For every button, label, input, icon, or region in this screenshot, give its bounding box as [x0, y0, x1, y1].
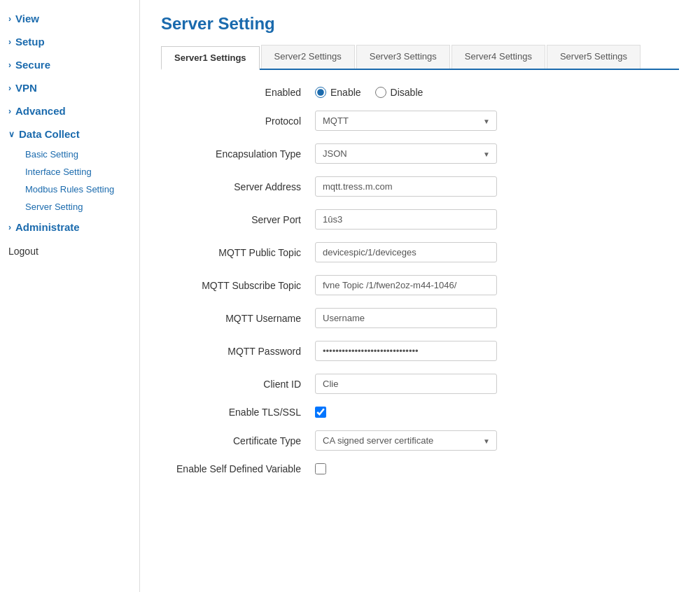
enable-tls-checkbox-label[interactable] [315, 407, 326, 418]
client-id-input[interactable] [315, 374, 497, 394]
mqtt-username-row: MQTT Username [161, 308, 679, 328]
protocol-select-wrapper: MQTT HTTP TCP [315, 111, 497, 131]
sidebar-item-label: VPN [15, 82, 37, 94]
sidebar-item-administrate[interactable]: › Administrate [0, 216, 139, 239]
enabled-label: Enabled [161, 87, 315, 98]
mqtt-username-input[interactable] [315, 308, 497, 328]
encapsulation-label: Encapsulation Type [161, 148, 315, 160]
disable-radio[interactable] [375, 87, 386, 98]
advanced-arrow-icon: › [8, 106, 11, 116]
sidebar-item-setup[interactable]: › Setup [0, 30, 139, 53]
certificate-type-select[interactable]: CA signed server certificate Self signed… [315, 430, 497, 451]
protocol-select[interactable]: MQTT HTTP TCP [315, 111, 497, 131]
server-address-label: Server Address [161, 181, 315, 192]
sidebar-item-label: Secure [15, 59, 50, 71]
sidebar-item-interface-setting[interactable]: Interface Setting [17, 163, 139, 181]
server-port-label: Server Port [161, 214, 315, 225]
enabled-radio-group: Enable Disable [315, 87, 423, 98]
enable-tls-checkbox[interactable] [315, 407, 326, 418]
disable-radio-label[interactable]: Disable [375, 87, 424, 98]
client-id-row: Client ID [161, 374, 679, 394]
enable-radio[interactable] [315, 87, 326, 98]
sidebar-item-label: View [15, 13, 39, 24]
tab-server3[interactable]: Server3 Settings [356, 45, 450, 69]
server-tabs: Server1 Settings Server2 Settings Server… [161, 45, 679, 70]
sidebar-item-advanced[interactable]: › Advanced [0, 99, 139, 122]
tab-server1[interactable]: Server1 Settings [161, 46, 260, 70]
enable-self-defined-checkbox[interactable] [315, 463, 326, 474]
protocol-label: Protocol [161, 115, 315, 127]
certificate-type-row: Certificate Type CA signed server certif… [161, 430, 679, 451]
enable-tls-label: Enable TLS/SSL [161, 407, 315, 418]
sidebar-submenu-data-collect: Basic Setting Interface Setting Modbus R… [0, 146, 139, 216]
mqtt-subscribe-topic-input[interactable] [315, 275, 497, 295]
server-address-input[interactable] [315, 176, 497, 197]
sidebar-item-label: Advanced [15, 105, 66, 117]
protocol-row: Protocol MQTT HTTP TCP [161, 111, 679, 131]
enabled-row: Enabled Enable Disable [161, 87, 679, 98]
tab-server4[interactable]: Server4 Settings [451, 45, 545, 69]
tab-server5[interactable]: Server5 Settings [547, 45, 640, 69]
certificate-type-label: Certificate Type [161, 435, 315, 446]
sidebar-item-modbus-rules-setting[interactable]: Modbus Rules Setting [17, 181, 139, 198]
view-arrow-icon: › [8, 14, 11, 24]
secure-arrow-icon: › [8, 60, 11, 70]
encapsulation-row: Encapsulation Type JSON XML CSV [161, 143, 679, 164]
sidebar-item-server-setting[interactable]: Server Setting [17, 198, 139, 216]
client-id-label: Client ID [161, 379, 315, 390]
server-port-input[interactable] [315, 209, 497, 230]
mqtt-public-topic-row: MQTT Public Topic [161, 242, 679, 262]
enable-self-defined-row: Enable Self Defined Variable [161, 463, 679, 474]
main-content: Server Setting Server1 Settings Server2 … [140, 0, 700, 592]
page-title: Server Setting [161, 14, 679, 34]
mqtt-password-input[interactable] [315, 341, 497, 361]
sidebar: › View › Setup › Secure › VPN › Advanced… [0, 0, 140, 592]
mqtt-public-topic-input[interactable] [315, 242, 497, 262]
logout-button[interactable]: Logout [0, 239, 139, 264]
certificate-type-select-wrapper: CA signed server certificate Self signed… [315, 430, 497, 451]
sidebar-item-label: Data Collect [19, 128, 80, 140]
mqtt-subscribe-topic-label: MQTT Subscribe Topic [161, 280, 315, 291]
disable-label-text: Disable [391, 87, 424, 98]
vpn-arrow-icon: › [8, 83, 11, 93]
server-port-row: Server Port [161, 209, 679, 230]
sidebar-item-vpn[interactable]: › VPN [0, 76, 139, 99]
mqtt-password-row: MQTT Password [161, 341, 679, 361]
encapsulation-select[interactable]: JSON XML CSV [315, 143, 497, 164]
server-address-row: Server Address [161, 176, 679, 197]
sidebar-item-view[interactable]: › View [0, 7, 139, 30]
administrate-arrow-icon: › [8, 223, 11, 232]
server-settings-form: Enabled Enable Disable Protocol MQTT HTT… [161, 87, 679, 474]
enable-label-text: Enable [330, 87, 361, 98]
enable-self-defined-label: Enable Self Defined Variable [161, 463, 315, 474]
enable-tls-row: Enable TLS/SSL [161, 407, 679, 418]
sidebar-item-data-collect[interactable]: ∨ Data Collect [0, 122, 139, 146]
mqtt-subscribe-topic-row: MQTT Subscribe Topic [161, 275, 679, 295]
mqtt-username-label: MQTT Username [161, 313, 315, 324]
mqtt-password-label: MQTT Password [161, 346, 315, 357]
setup-arrow-icon: › [8, 37, 11, 47]
sidebar-item-label: Administrate [15, 221, 80, 233]
enable-radio-label[interactable]: Enable [315, 87, 361, 98]
sidebar-item-label: Setup [15, 36, 45, 48]
mqtt-public-topic-label: MQTT Public Topic [161, 247, 315, 258]
data-collect-arrow-icon: ∨ [8, 129, 15, 139]
sidebar-item-basic-setting[interactable]: Basic Setting [17, 146, 139, 163]
enable-self-defined-checkbox-label[interactable] [315, 463, 326, 474]
encapsulation-select-wrapper: JSON XML CSV [315, 143, 497, 164]
sidebar-item-secure[interactable]: › Secure [0, 53, 139, 76]
tab-server2[interactable]: Server2 Settings [261, 45, 355, 69]
